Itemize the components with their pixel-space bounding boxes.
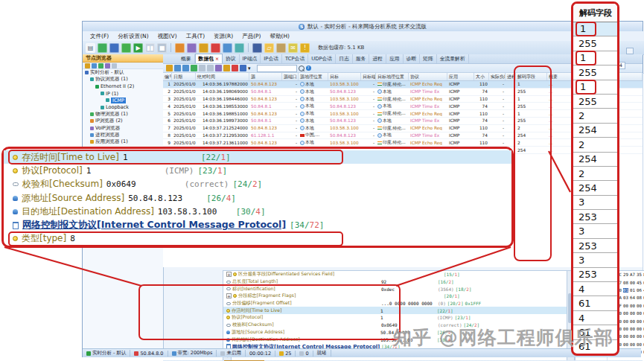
tree-item[interactable]: ICMP <box>83 97 163 103</box>
tab-矩阵[interactable]: 矩阵 <box>420 54 437 63</box>
decode-field-row[interactable]: 协议[Protocol]1(ICMP)[23/1] <box>4 164 511 177</box>
tab-进程[interactable]: 进程 <box>369 54 386 63</box>
tree-item[interactable]: 进程浏览器 <box>83 132 163 138</box>
menu-item[interactable]: 产品(P) <box>237 33 265 40</box>
menu-item[interactable]: 分析设置(N) <box>113 33 153 40</box>
pane-restore-icon[interactable] <box>626 48 634 54</box>
tree-item[interactable]: 物理浏览器 (1) <box>83 111 163 118</box>
autoscroll-icon[interactable] <box>191 65 197 71</box>
title-bar[interactable]: S 默认 - 实时分析 - 科来网络分析系统 技术交流版 <box>83 22 643 32</box>
column-header-time[interactable]: 绝对时间 <box>196 73 249 80</box>
filter-dropdown-arrow[interactable]: ▾ <box>248 66 251 71</box>
refresh-icon[interactable] <box>105 63 110 68</box>
stop-icon[interactable]: ■ <box>157 43 167 53</box>
filter-icon[interactable] <box>223 65 230 71</box>
start-icon[interactable]: ▶ <box>133 43 143 53</box>
column-header-dst[interactable]: 目标 <box>328 73 361 80</box>
options-icon[interactable] <box>187 43 197 53</box>
prev-packet-icon[interactable] <box>174 65 181 71</box>
tree-item[interactable]: Loopback <box>83 103 163 110</box>
tree-item[interactable]: 应用浏览器 (1) <box>83 138 163 145</box>
decode-field-row[interactable]: 总长度[Total Length]92[16/2] <box>223 278 567 286</box>
tab-UDP会话[interactable]: UDP会话 <box>308 54 336 63</box>
filter-icon[interactable] <box>199 43 208 53</box>
column-header-date[interactable]: 日期 <box>172 73 196 80</box>
decode-field-row[interactable]: 存活时间[Time to Live]1[22/1] <box>4 150 511 164</box>
export-icon[interactable] <box>98 63 103 68</box>
comment-icon[interactable] <box>121 43 131 53</box>
mail-icon[interactable]: ✉ <box>288 43 298 53</box>
tree-item[interactable]: 实时分析 - 默认 <box>83 69 163 76</box>
decode-field-row[interactable]: 源地址[Source Address]50.84.8.123[26/4] <box>4 191 511 205</box>
column-header-decode[interactable]: 解码字段 <box>516 73 547 80</box>
scheduler-icon[interactable] <box>223 43 232 53</box>
export-icon[interactable] <box>240 65 246 71</box>
settings-icon[interactable] <box>112 63 117 68</box>
column-header-size[interactable]: 大小 <box>474 73 489 80</box>
new-icon[interactable]: ▤ <box>86 43 95 53</box>
decode-field-row[interactable]: 校验和[Checksum]0x0649(correct)[24/2] <box>223 322 567 329</box>
decode-field-row[interactable]: 源地址[Source Address]50.84.8.123[26/4] <box>223 329 567 336</box>
tab-IP会话[interactable]: IP会话 <box>261 54 282 63</box>
decode-view-icon[interactable] <box>215 65 222 71</box>
column-header-no[interactable]: 编号 <box>163 73 172 80</box>
expand-icon[interactable]: + <box>226 272 232 277</box>
tab-全流量解析[interactable]: 全流量解析 <box>437 54 469 63</box>
column-header-payload[interactable]: 实际负载 <box>489 73 506 80</box>
column-header-sgeo[interactable]: 源地理位置 <box>299 73 328 80</box>
column-header-proto[interactable]: 协议 <box>409 73 447 80</box>
decode-field-row[interactable]: 网络控制报文协议[Internet Control Message Protoc… <box>4 218 511 231</box>
column-header-proc[interactable]: 进程 <box>506 73 516 80</box>
next-packet-icon[interactable] <box>182 65 189 71</box>
column-header-dgeo[interactable]: 目标地理位置 <box>376 73 409 80</box>
matrix-icon[interactable] <box>252 43 262 53</box>
menu-item[interactable]: 帮助(H) <box>266 33 295 40</box>
decode-field-row[interactable]: 目的地址[Destination Address]103.58.3.100[30… <box>223 336 567 343</box>
tab-诊断[interactable]: 诊断 <box>404 54 421 63</box>
menu-item[interactable]: 文件(F) <box>86 33 113 40</box>
tree-item[interactable]: IP (1) <box>83 90 163 97</box>
locate-icon[interactable] <box>92 63 97 68</box>
save-icon[interactable] <box>109 43 119 53</box>
search-input[interactable] <box>257 65 297 72</box>
column-header-src[interactable]: 源 <box>249 73 282 80</box>
menu-item[interactable]: 视图(V) <box>153 33 182 40</box>
column-header-dport[interactable]: 目标端口 <box>361 73 376 80</box>
column-header-app[interactable]: 应用 <box>447 73 474 80</box>
help-icon[interactable]: ? <box>306 66 311 71</box>
folder-icon[interactable]: ▱ <box>264 43 274 53</box>
layout-icon[interactable] <box>207 65 214 71</box>
clear-icon[interactable] <box>232 65 238 71</box>
edit-icon[interactable] <box>276 43 286 53</box>
filter-icon[interactable] <box>85 63 90 68</box>
decode-field-row[interactable]: 存活时间[Time to Live]1[22/1] <box>223 307 567 314</box>
tab-概要[interactable]: 概要 <box>178 54 195 63</box>
decode-field-row[interactable]: 校验和[Checksum]0x0649(correct)[24/2] <box>4 178 511 191</box>
mark-icon[interactable] <box>166 65 173 71</box>
tree-item[interactable]: IP浏览器 (2) <box>83 118 163 124</box>
tab-协议[interactable]: 协议 <box>223 54 240 63</box>
tab-日志[interactable]: 日志 <box>336 54 353 63</box>
decode-tree-pane[interactable]: +区分服务字段[Differentiated Services Field][1… <box>223 270 568 361</box>
alert-icon[interactable]: ! <box>300 43 310 53</box>
expand-icon[interactable]: + <box>226 293 232 298</box>
profile-icon[interactable] <box>175 43 185 53</box>
decode-field-row[interactable]: 协议[Protocol]1(ICMP)[23/1] <box>223 314 567 322</box>
tab-TCP会话[interactable]: TCP会话 <box>282 54 308 63</box>
tab-服务[interactable]: 服务 <box>353 54 370 63</box>
tree-item[interactable]: Ethernet II (2) <box>83 83 163 90</box>
diagnosis-icon[interactable] <box>235 43 244 53</box>
tab-IP端点[interactable]: IP端点 <box>240 54 261 63</box>
tab-应用[interactable]: 应用 <box>386 54 404 63</box>
decode-field-row[interactable]: 分段偏移[Fragment Offset]...0 0000 0000 0000… <box>223 300 567 307</box>
decode-field-row[interactable]: 目的地址[Destination Address]103.58.3.100[30… <box>4 205 511 218</box>
decode-field-row[interactable]: 类型[type]8 <box>4 232 511 246</box>
tab-close-icon[interactable]: × <box>215 56 219 61</box>
column-header-sport[interactable]: 源端口 <box>282 73 299 80</box>
menu-item[interactable]: 资源(R) <box>209 33 237 40</box>
tree-item[interactable]: VoIP浏览器 <box>83 124 163 131</box>
decode-field-row[interactable]: +区分服务字段[Differentiated Services Field][1… <box>223 271 567 278</box>
decode-field-row[interactable]: 标识[Identification]0xdec(3564)[18/2] <box>223 285 567 293</box>
tab-数据包[interactable]: 数据包× <box>195 54 223 63</box>
decode-field-row[interactable]: +分段标志[Fragment Flags][20/1] <box>223 293 567 300</box>
